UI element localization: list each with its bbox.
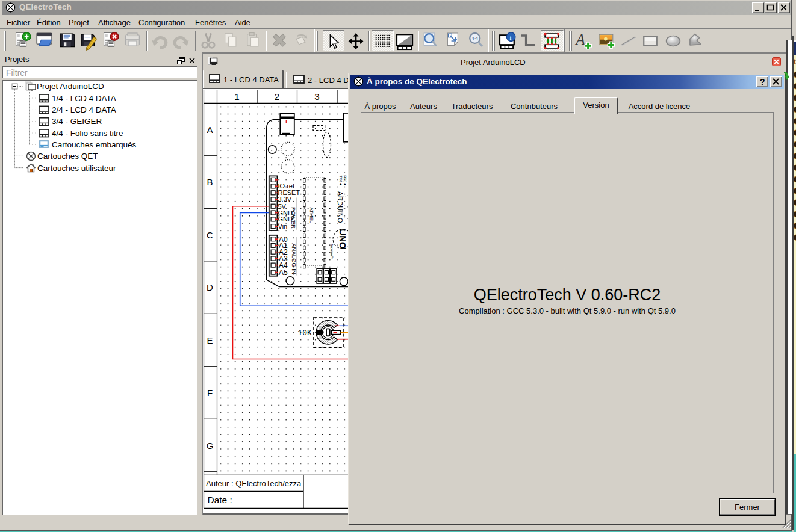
svg-text:1: 1 <box>234 91 239 102</box>
svg-text:i: i <box>509 34 511 41</box>
svg-text:1:1: 1:1 <box>472 36 479 42</box>
svg-text:A: A <box>574 31 585 48</box>
svg-text:E: E <box>207 335 213 345</box>
svg-text:RX0◄: RX0◄ <box>343 175 347 186</box>
svg-text:Date :: Date : <box>208 495 232 505</box>
svg-text:Arduino™: Arduino™ <box>330 244 334 260</box>
svg-text:G: G <box>207 441 214 451</box>
svg-text:A: A <box>207 125 213 135</box>
svg-text:A5: A5 <box>279 268 288 277</box>
svg-text:F: F <box>207 388 213 398</box>
svg-text:Auteur : QElectroTech/ezza: Auteur : QElectroTech/ezza <box>206 479 302 488</box>
svg-text:10K: 10K <box>298 329 312 338</box>
svg-text:3: 3 <box>314 91 319 102</box>
svg-text:ANALOG IN: ANALOG IN <box>291 243 297 274</box>
svg-text:2: 2 <box>275 91 279 102</box>
svg-text:C: C <box>207 230 213 240</box>
svg-text:3.3V: 3.3V <box>278 196 292 203</box>
svg-text:UNO: UNO <box>338 229 348 249</box>
svg-text:ATMEL: ATMEL <box>309 207 314 223</box>
svg-text:B: B <box>207 177 213 187</box>
svg-text:TX0◄: TX0◄ <box>339 176 343 186</box>
svg-text:Vin: Vin <box>278 223 288 230</box>
svg-text:?: ? <box>760 77 765 87</box>
svg-text:D: D <box>207 282 213 292</box>
svg-text:ARDUINO: ARDUINO <box>337 191 344 223</box>
